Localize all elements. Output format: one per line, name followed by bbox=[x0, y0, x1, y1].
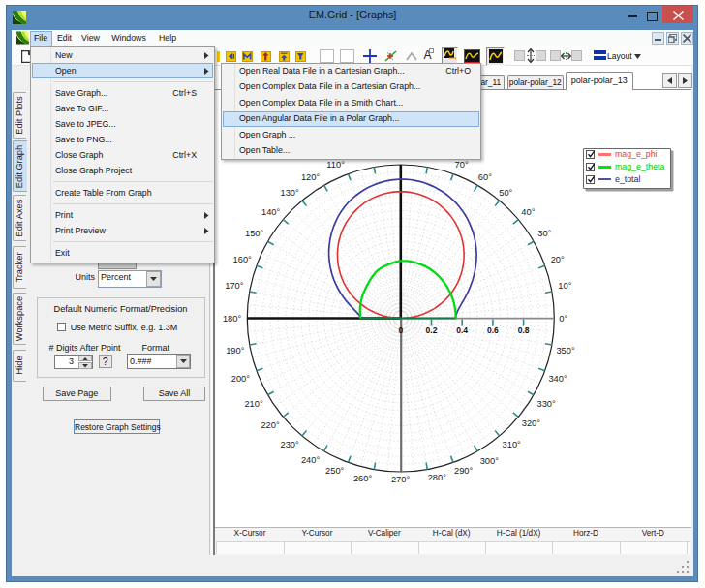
svg-text:340°: 340° bbox=[548, 374, 567, 384]
svg-text:300°: 300° bbox=[480, 456, 500, 466]
svg-text:0: 0 bbox=[398, 325, 403, 335]
svg-text:270°: 270° bbox=[391, 475, 411, 484]
svg-text:0°: 0° bbox=[559, 314, 567, 324]
svg-text:220°: 220° bbox=[261, 420, 280, 430]
svg-text:130°: 130° bbox=[280, 188, 299, 198]
svg-text:160°: 160° bbox=[233, 255, 253, 264]
svg-text:280°: 280° bbox=[428, 473, 447, 482]
svg-text:260°: 260° bbox=[353, 474, 373, 483]
svg-text:200°: 200° bbox=[231, 374, 251, 384]
svg-text:250°: 250° bbox=[325, 466, 345, 476]
svg-text:190°: 190° bbox=[226, 346, 245, 356]
svg-text:40°: 40° bbox=[521, 207, 535, 217]
svg-text:350°: 350° bbox=[556, 346, 575, 356]
svg-text:50°: 50° bbox=[499, 188, 512, 198]
svg-text:290°: 290° bbox=[454, 466, 474, 476]
svg-text:70°: 70° bbox=[455, 160, 469, 170]
svg-text:240°: 240° bbox=[301, 455, 321, 465]
svg-text:110°: 110° bbox=[326, 160, 345, 170]
svg-text:0.6: 0.6 bbox=[487, 325, 499, 335]
svg-text:20°: 20° bbox=[551, 255, 565, 264]
svg-text:0.2: 0.2 bbox=[426, 325, 438, 335]
svg-text:10°: 10° bbox=[558, 281, 571, 291]
svg-text:180°: 180° bbox=[223, 314, 242, 324]
svg-text:310°: 310° bbox=[503, 440, 522, 449]
svg-text:0.4: 0.4 bbox=[456, 325, 468, 335]
svg-text:0.8: 0.8 bbox=[518, 325, 530, 335]
svg-text:230°: 230° bbox=[280, 440, 299, 449]
svg-text:150°: 150° bbox=[245, 229, 264, 238]
svg-text:60°: 60° bbox=[478, 172, 492, 182]
svg-text:210°: 210° bbox=[244, 399, 263, 409]
svg-text:140°: 140° bbox=[261, 207, 281, 217]
svg-text:320°: 320° bbox=[522, 418, 541, 428]
svg-text:30°: 30° bbox=[537, 229, 551, 238]
svg-text:170°: 170° bbox=[225, 281, 244, 291]
svg-text:330°: 330° bbox=[536, 399, 556, 409]
svg-text:120°: 120° bbox=[301, 172, 321, 182]
